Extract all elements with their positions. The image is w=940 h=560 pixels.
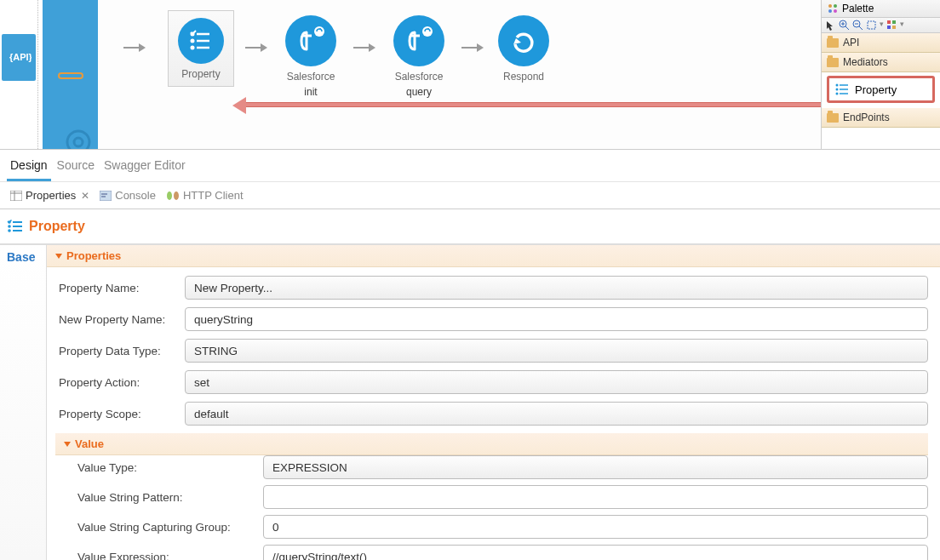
svg-rect-29	[887, 26, 891, 29]
palette-panel: Palette ▾ ▾ API Mediators Property EndPo…	[821, 0, 940, 149]
drag-arrow	[244, 102, 908, 107]
node-sublabel: query	[385, 86, 453, 98]
view-tabs: Properties ✕ Console HTTP Client	[0, 181, 940, 209]
tab-properties[interactable]: Properties ✕	[7, 187, 93, 203]
node-label: Respond	[490, 71, 558, 83]
folder-icon	[827, 58, 839, 67]
tab-source[interactable]: Source	[54, 155, 98, 181]
svg-rect-37	[10, 191, 22, 201]
tab-console[interactable]: Console	[96, 187, 159, 203]
value-capturing-group-input[interactable]: 0	[263, 515, 928, 539]
label-property-name: Property Name:	[59, 282, 185, 294]
palette-icon	[827, 3, 839, 14]
salesforce-query-node[interactable]: Salesforce query	[385, 15, 453, 98]
svg-point-5	[191, 39, 195, 43]
close-icon[interactable]: ✕	[81, 190, 89, 202]
palette-folder-mediators[interactable]: Mediators	[822, 53, 940, 72]
tab-design[interactable]: Design	[7, 155, 51, 181]
action-combo[interactable]: set	[185, 370, 928, 394]
http-client-icon	[166, 191, 180, 201]
property-node[interactable]: Property	[168, 10, 234, 87]
label-new-property-name: New Property Name:	[59, 313, 185, 326]
svg-point-44	[174, 191, 179, 200]
salesforce-init-node[interactable]: Salesforce init	[277, 15, 345, 98]
svg-rect-27	[887, 20, 891, 24]
svg-point-13	[422, 26, 433, 37]
svg-point-2	[74, 138, 83, 146]
property-view-header: Property	[0, 209, 940, 244]
svg-point-17	[828, 9, 832, 13]
node-label: Salesforce	[277, 71, 345, 83]
svg-line-24	[859, 26, 863, 30]
label-value-expression: Value Expression:	[77, 551, 263, 561]
respond-node[interactable]: Respond	[490, 15, 558, 83]
svg-point-33	[836, 89, 839, 91]
palette-toolbar[interactable]: ▾ ▾	[822, 18, 940, 33]
svg-rect-30	[892, 26, 896, 29]
value-string-pattern-input[interactable]	[263, 485, 928, 509]
palette-folder-api[interactable]: API	[822, 33, 940, 53]
svg-line-20	[845, 26, 849, 30]
node-label: Salesforce	[385, 71, 453, 83]
console-icon	[100, 191, 112, 201]
palette-title: Palette	[822, 0, 940, 18]
palette-item-property[interactable]: Property	[827, 76, 935, 103]
node-label: Property	[181, 68, 220, 80]
svg-point-47	[8, 225, 11, 228]
svg-point-15	[828, 4, 832, 8]
property-icon	[834, 82, 850, 97]
marquee-icon[interactable]	[866, 20, 877, 31]
property-icon	[7, 218, 24, 235]
svg-point-7	[191, 46, 195, 50]
svg-point-35	[836, 93, 839, 95]
properties-view-icon	[10, 191, 22, 201]
value-type-combo[interactable]: EXPRESSION	[263, 455, 928, 479]
tab-http-client[interactable]: HTTP Client	[163, 187, 247, 203]
svg-point-16	[834, 4, 837, 8]
section-value[interactable]: Value	[55, 433, 928, 455]
zoom-out-icon[interactable]	[852, 20, 863, 31]
label-value-string-pattern: Value String Pattern:	[77, 491, 263, 504]
property-category-sidebar: Base	[0, 245, 47, 560]
svg-rect-40	[100, 191, 112, 201]
svg-point-31	[836, 84, 839, 87]
flow-arrow	[353, 47, 374, 49]
label-data-type: Property Data Type:	[59, 345, 185, 357]
tab-swagger[interactable]: Swagger Editor	[100, 155, 189, 181]
collapse-icon	[64, 442, 71, 447]
design-canvas[interactable]: Property Salesforce init Salesforce quer…	[98, 0, 940, 149]
label-action: Property Action:	[59, 376, 185, 389]
collapse-icon	[55, 254, 62, 259]
label-value-type: Value Type:	[77, 461, 263, 474]
pointer-icon[interactable]	[825, 20, 836, 31]
svg-point-43	[167, 191, 172, 200]
section-properties[interactable]: Properties	[47, 245, 940, 267]
flow-arrow	[245, 47, 266, 49]
svg-point-10	[314, 26, 324, 37]
resource-icon	[58, 72, 83, 79]
folder-icon	[827, 113, 839, 123]
flow-arrow	[123, 47, 144, 49]
label-scope: Property Scope:	[59, 408, 185, 420]
grid-icon[interactable]	[886, 20, 897, 31]
svg-rect-26	[868, 21, 875, 29]
zoom-in-icon[interactable]	[839, 20, 850, 31]
svg-point-18	[834, 9, 837, 13]
category-base[interactable]: Base	[7, 250, 39, 264]
api-badge: {API}	[2, 34, 36, 81]
editor-tabs: Design Source Swagger Editor	[0, 149, 940, 181]
node-sublabel: init	[277, 86, 345, 98]
folder-icon	[827, 38, 839, 48]
new-property-name-input[interactable]: queryString	[185, 307, 928, 331]
scope-combo[interactable]: default	[185, 402, 928, 426]
data-type-combo[interactable]: STRING	[185, 339, 928, 363]
flow-arrow	[461, 47, 482, 49]
palette-folder-endpoints[interactable]: EndPoints	[822, 108, 940, 128]
svg-point-49	[8, 229, 11, 232]
property-name-combo[interactable]: New Property...	[185, 276, 928, 300]
gear-partial-icon	[62, 126, 95, 149]
svg-rect-28	[892, 20, 896, 24]
value-expression-input[interactable]: //queryString/text()	[263, 545, 928, 560]
svg-text:{API}: {API}	[9, 52, 32, 62]
label-value-capturing-group: Value String Capturing Group:	[77, 521, 263, 534]
